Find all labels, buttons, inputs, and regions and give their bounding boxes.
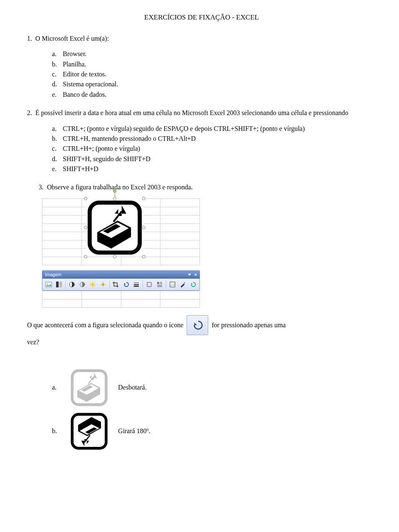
opt-letter: e. [52,164,63,174]
ibeam-faded-icon [69,368,109,407]
q3-stem: 3. Observe a figura trabalhada no Excel … [27,183,376,192]
color-mode-button[interactable] [54,280,64,289]
compress-pictures-button[interactable] [145,280,154,289]
svg-line-15 [91,286,91,287]
svg-line-13 [91,282,91,283]
opt-letter: a. [52,49,63,59]
q1-number: 1. [27,35,32,42]
q2-opt-a: a.CTRL+; (ponto e vírgula) seguido de ES… [52,124,376,133]
reset-picture-button[interactable] [189,280,198,289]
q2-text: É possível inserir a data e hora atual e… [35,109,348,116]
toolbar-close-icon[interactable]: × [195,272,197,278]
q2-stem: 2. É possível inserir a data e hora atua… [27,108,376,118]
opt-letter: e. [52,90,63,99]
resize-handle-tm[interactable] [113,197,116,200]
q3-follow-after: for pressionado apenas uma [212,321,286,330]
q3-opt-a: a. Desbotará. [52,368,376,407]
svg-rect-5 [59,282,62,287]
resize-handle-br[interactable] [142,255,145,258]
svg-point-32 [171,283,172,284]
opt-text: CTRL+H, mantendo pressionado o CTRL+Alt+… [63,134,376,143]
opt-letter: d. [52,80,63,89]
line-style-button[interactable] [132,280,141,289]
q1-text: O Microsoft Excel é um(a): [35,35,109,42]
rotate-left-icon-large[interactable] [187,315,208,335]
selected-clipart[interactable] [86,199,144,257]
page-title: EXERCÍCIOS DE FIXAÇÃO - EXCEL [27,12,376,22]
q2-opt-c: c.CTRL+H+; (ponto e vírgula) [52,144,376,153]
opt-text: Planilha. [63,60,376,69]
toolbar-titlebar[interactable]: Imagem × [42,271,200,279]
svg-line-16 [94,282,95,283]
toolbar-separator [166,280,166,289]
q1-stem: 1. O Microsoft Excel é um(a): [27,34,376,43]
less-brightness-button[interactable] [99,280,108,289]
crop-button[interactable] [111,280,121,289]
opt-text: Banco de dados. [63,90,376,99]
rotation-handle[interactable] [113,189,116,193]
resize-handle-bl[interactable] [84,255,87,258]
opt-text: SHIFT+H+D [63,164,376,174]
toolbar-separator [65,280,66,289]
q3-follow-before: O que acontecerá com a figura selecionad… [27,321,183,330]
q1-options: a.Browser. b.Planilha. c.Editor de texto… [52,49,376,99]
opt-text: CTRL+H+; (ponto e vírgula) [63,144,376,153]
opt-letter: b. [52,60,63,69]
opt-letter: d. [52,154,63,164]
spreadsheet-grid-below [42,291,200,308]
toolbar-separator [109,280,110,289]
q2-opt-d: d.SHIFT+H, seguido de SHIFT+D [52,154,376,164]
question-3: 3. Observe a figura trabalhada no Excel … [27,183,376,451]
opt-text: Girará 180º. [118,427,150,436]
insert-picture-button[interactable] [44,280,53,289]
q1-opt-c: c.Editor de textos. [52,70,376,79]
q1-opt-d: d.Sistema operacional. [52,80,376,89]
q1-opt-a: a.Browser. [52,49,376,59]
opt-text: CTRL+; (ponto e vírgula) seguido de ESPA… [63,124,376,133]
q3-text: Observe a figura trabalhada no Excel 200… [47,184,193,191]
set-transparent-color-button[interactable] [178,280,187,289]
ibeam-clipart-icon [86,199,144,257]
resize-handle-bm[interactable] [113,255,116,258]
toolbar-options-dropdown-icon[interactable] [188,274,191,276]
more-contrast-button[interactable] [67,280,76,289]
opt-letter: c. [52,70,63,79]
toolbar-separator [143,280,143,289]
svg-point-8 [91,283,94,286]
svg-rect-2 [46,282,52,287]
svg-rect-26 [157,282,159,284]
opt-text: Browser. [63,49,376,59]
resize-handle-tr[interactable] [142,197,145,200]
svg-point-17 [102,283,104,286]
image-toolbar[interactable]: Imagem × [42,270,200,291]
q2-opt-b: b.CTRL+H, mantendo pressionado o CTRL+Al… [52,134,376,143]
text-wrapping-button[interactable] [155,280,164,289]
more-brightness-button[interactable] [88,280,97,289]
ibeam-rotated-icon [69,412,109,451]
opt-letter: b. [52,134,63,143]
opt-letter: a. [52,124,63,133]
opt-text: SHIFT+H, seguido de SHIFT+D [63,154,376,164]
q3-followup: O que acontecerá com a figura selecionad… [27,315,376,335]
rotate-left-button[interactable] [121,280,131,289]
q2-opt-e: e.SHIFT+H+D [52,164,376,174]
toolbar-body [42,279,200,290]
svg-point-3 [47,283,48,284]
opt-letter: c. [52,144,63,153]
q3-opt-b: b. Girará 180º. [52,412,376,451]
resize-handle-mr[interactable] [142,226,145,229]
format-picture-button[interactable] [168,280,177,289]
excel-figure: Imagem × [42,199,200,308]
resize-handle-ml[interactable] [84,226,87,229]
opt-text: Editor de textos. [63,70,376,79]
less-contrast-button[interactable] [78,280,87,289]
opt-text: Desbotará. [118,383,147,392]
q2-number: 2. [27,109,32,116]
resize-handle-tl[interactable] [84,197,87,200]
q1-opt-e: e.Banco de dados. [52,90,376,99]
opt-letter: b. [52,427,60,436]
svg-rect-4 [56,282,59,287]
question-2: 2. É possível inserir a data e hora atua… [27,108,376,174]
q2-options: a.CTRL+; (ponto e vírgula) seguido de ES… [52,124,376,174]
opt-text: Sistema operacional. [63,80,376,89]
